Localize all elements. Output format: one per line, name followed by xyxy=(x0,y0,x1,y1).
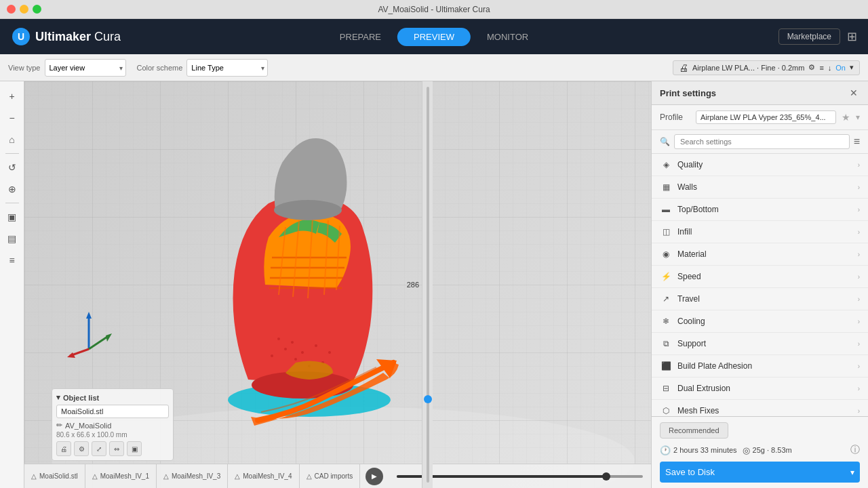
svg-marker-30 xyxy=(106,333,112,342)
svg-text:U: U xyxy=(18,31,24,42)
color-scheme-select-wrapper: Line Type Layer Thickness Speed xyxy=(186,59,268,77)
build_plate-label: Build Plate Adhesion xyxy=(677,361,852,371)
maximize-window-button[interactable] xyxy=(33,5,41,14)
search-icon: 🔍 xyxy=(660,137,670,146)
v-slider-track xyxy=(427,87,429,483)
zoom-out-button[interactable]: − xyxy=(3,108,22,127)
settings-category-material[interactable]: ◉ Material › xyxy=(652,243,868,266)
settings-category-infill[interactable]: ◫ Infill › xyxy=(652,221,868,243)
settings-category-topbottom[interactable]: ▬ Top/Bottom › xyxy=(652,199,868,221)
info-icon[interactable]: ⓘ xyxy=(850,444,860,456)
settings-category-support[interactable]: ⧉ Support › xyxy=(652,333,868,355)
search-row: 🔍 ≡ xyxy=(652,130,868,154)
mesh-name-1: MoaiMesh_IV_1 xyxy=(100,472,149,480)
settings-category-quality[interactable]: ◈ Quality › xyxy=(652,154,868,176)
object-group-button[interactable]: ▣ xyxy=(127,441,142,456)
close-window-button[interactable] xyxy=(7,5,16,14)
group-button[interactable]: ▣ xyxy=(3,207,22,226)
quality-icon: ◈ xyxy=(660,159,672,171)
settings-search-input[interactable] xyxy=(674,134,850,149)
fit-view-button[interactable]: ⌂ xyxy=(3,130,22,149)
time-estimate: 🕐 2 hours 33 minutes xyxy=(660,445,737,455)
file-item-moainyf3[interactable]: △ MoaiMesh_IV_3 xyxy=(157,464,228,488)
svg-point-22 xyxy=(315,344,317,347)
file-item-moainyf4[interactable]: △ MoaiMesh_IV_4 xyxy=(228,464,299,488)
settings-category-walls[interactable]: ▦ Walls › xyxy=(652,176,868,199)
tab-preview[interactable]: PREVIEW xyxy=(397,28,471,46)
color-scheme-group: Color scheme Line Type Layer Thickness S… xyxy=(137,59,269,77)
tab-prepare[interactable]: PREPARE xyxy=(323,28,397,46)
save-to-disk-button[interactable]: Save to Disk ▾ xyxy=(660,462,860,483)
favorite-icon[interactable]: ★ xyxy=(842,112,850,123)
settings-category-mesh_fixes[interactable]: ⬡ Mesh Fixes › xyxy=(652,400,868,416)
object-transform-button[interactable]: ⤢ xyxy=(92,441,106,456)
print-settings-title: Print settings xyxy=(660,88,716,98)
axis-indicator xyxy=(62,305,116,359)
file-item-moaimesh[interactable]: △ MoaiMesh_IV_1 xyxy=(85,464,157,488)
window-controls[interactable] xyxy=(7,5,41,14)
toolbar-right: 🖨 Airplane LW PLA... · Fine · 0.2mm ⚙ ≡ … xyxy=(673,60,860,75)
quality-arrow-icon: › xyxy=(858,161,860,169)
mesh_fixes-arrow-icon: › xyxy=(858,407,860,415)
settings-category-travel[interactable]: ↗ Travel › xyxy=(652,288,868,310)
close-settings-button[interactable]: ✕ xyxy=(848,87,860,99)
layer-slider-thumb[interactable] xyxy=(602,472,610,481)
view-type-select[interactable]: Layer view Solid view X-Ray view xyxy=(45,59,126,77)
settings-category-speed[interactable]: ⚡ Speed › xyxy=(652,266,868,288)
recommended-button[interactable]: Recommended xyxy=(660,422,728,439)
object-print-button[interactable]: 🖨 xyxy=(56,441,71,456)
settings-menu-icon[interactable]: ≡ xyxy=(854,136,860,148)
settings-category-dual_extrusion[interactable]: ⊟ Dual Extrusion › xyxy=(652,378,868,400)
zoom-in-button[interactable]: + xyxy=(3,87,22,106)
color-scheme-select[interactable]: Line Type Layer Thickness Speed xyxy=(186,59,268,77)
cad-label: CAD imports xyxy=(315,472,353,480)
material-arrow-icon: › xyxy=(858,251,860,258)
canvas-area[interactable]: △ MoaiSolid.stl △ MoaiMesh_IV_1 △ MoaiMe… xyxy=(24,81,651,488)
vertical-layer-slider[interactable] xyxy=(422,81,433,488)
dual_extrusion-arrow-icon: › xyxy=(858,385,860,392)
nav-right: Marketplace ⊞ xyxy=(778,28,857,45)
view-type-label: View type xyxy=(8,64,41,72)
cooling-icon: ❄ xyxy=(660,315,672,327)
file-item-moaisolid[interactable]: △ MoaiSolid.stl xyxy=(24,464,85,488)
svg-point-18 xyxy=(284,348,287,350)
profile-chevron-icon[interactable]: ▾ xyxy=(856,113,860,122)
printer-status: On xyxy=(835,64,846,72)
printer-info[interactable]: 🖨 Airplane LW PLA... · Fine · 0.2mm ⚙ ≡ … xyxy=(673,60,860,75)
minimize-window-button[interactable] xyxy=(20,5,28,14)
settings-category-cooling[interactable]: ❄ Cooling › xyxy=(652,310,868,333)
grid-icon[interactable]: ⊞ xyxy=(847,29,857,44)
toolbar: View type Layer view Solid view X-Ray vi… xyxy=(0,54,868,81)
main-area: + − ⌂ ↺ ⊕ ▣ ▤ ≡ xyxy=(0,81,868,488)
topbottom-icon: ▬ xyxy=(660,203,672,216)
marketplace-button[interactable]: Marketplace xyxy=(778,28,840,45)
profile-select[interactable]: Airplane LW PLA Vyper 235_65%_4... xyxy=(696,110,836,124)
toolbar-separator-2 xyxy=(5,203,19,203)
brand-logo-icon: U xyxy=(11,26,31,47)
material-label: Material xyxy=(677,249,852,259)
move-button[interactable]: ⊕ xyxy=(3,180,22,199)
object-mirror-button[interactable]: ⇔ xyxy=(109,441,124,456)
travel-arrow-icon: › xyxy=(858,296,860,303)
v-slider-thumb[interactable] xyxy=(424,395,432,403)
rotate-button[interactable]: ↺ xyxy=(3,158,22,177)
object-list-title: Object list xyxy=(63,394,99,402)
mesh_fixes-icon: ⬡ xyxy=(660,405,672,416)
left-toolbar: + − ⌂ ↺ ⊕ ▣ ▤ ≡ xyxy=(0,81,24,488)
settings-category-build_plate[interactable]: ⬛ Build Plate Adhesion › xyxy=(652,355,868,378)
object-list-file[interactable]: MoaiSolid.stl xyxy=(56,405,169,418)
object-settings-button[interactable]: ⚙ xyxy=(74,441,89,456)
play-button[interactable]: ▶ xyxy=(366,468,383,485)
dual_extrusion-label: Dual Extrusion xyxy=(677,384,852,393)
ungroup-button[interactable]: ▤ xyxy=(3,229,22,248)
support-arrow-icon: › xyxy=(858,340,860,348)
travel-icon: ↗ xyxy=(660,293,672,305)
color-scheme-label: Color scheme xyxy=(137,64,183,72)
mesh-icon-3: △ xyxy=(235,472,240,480)
layer-slider[interactable] xyxy=(397,475,643,478)
support-label: Support xyxy=(677,339,852,348)
layers-button[interactable]: ≡ xyxy=(3,251,22,270)
file-item-cadimports[interactable]: △ CAD imports xyxy=(300,464,361,488)
svg-point-16 xyxy=(274,200,342,220)
tab-monitor[interactable]: MONITOR xyxy=(471,28,545,46)
